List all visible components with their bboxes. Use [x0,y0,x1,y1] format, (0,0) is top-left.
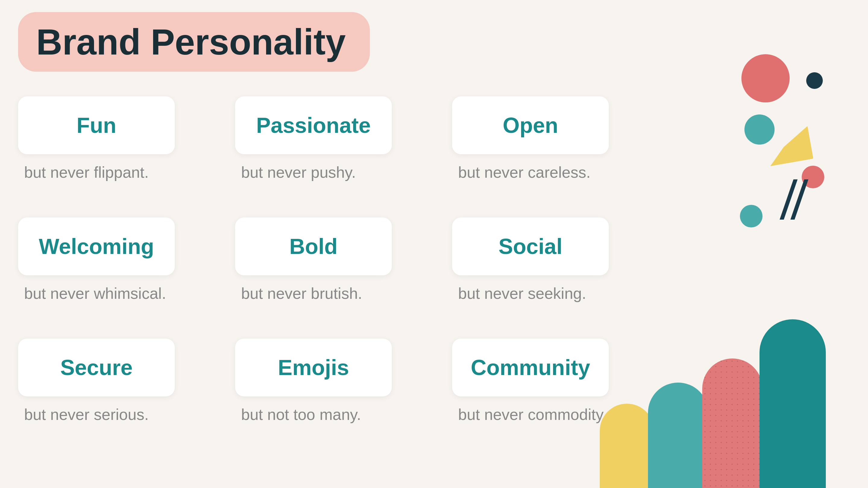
card-passionate: Passionate [235,96,392,154]
card-subtitle-open: but never careless. [452,163,609,181]
card-group-bold: Boldbut never brutish. [235,218,392,302]
title-background: Brand Personality [18,12,370,72]
card-title-community: Community [471,355,590,380]
card-group-passionate: Passionatebut never pushy. [235,96,392,181]
card-subtitle-welcoming: but never whimsical. [18,284,175,302]
card-open: Open [452,96,609,154]
card-title-passionate: Passionate [256,113,371,138]
card-group-fun: Funbut never flippant. [18,96,175,181]
card-group-emojis: Emojisbut not too many. [235,338,392,424]
card-group-community: Communitybut never commodity. [452,338,609,424]
card-title-fun: Fun [76,113,116,138]
decoration-teal-circle-small [740,205,763,227]
card-group-open: Openbut never careless. [452,96,609,181]
card-title-social: Social [498,234,562,259]
decoration-yellow-triangle [765,126,813,166]
card-subtitle-secure: but never serious. [18,405,175,424]
card-bold: Bold [235,218,392,275]
card-emojis: Emojis [235,338,392,396]
decoration-quote-marks: // [780,169,802,229]
page-title: Brand Personality [36,22,346,62]
cards-grid: Funbut never flippant.Passionatebut neve… [18,96,609,424]
card-subtitle-community: but never commodity. [452,405,609,424]
card-subtitle-social: but never seeking. [452,284,609,302]
card-group-social: Socialbut never seeking. [452,218,609,302]
card-title-bold: Bold [289,234,338,259]
card-group-welcoming: Welcomingbut never whimsical. [18,218,175,302]
decoration-coral-circle-large [741,54,789,102]
decoration-teal-arch [648,383,708,488]
card-fun: Fun [18,96,175,154]
card-title-open: Open [503,113,558,138]
decoration-teal-arch-tall [760,319,826,488]
card-title-welcoming: Welcoming [39,234,154,259]
decoration-yellow-arch [600,404,654,488]
card-group-secure: Securebut never serious. [18,338,175,424]
card-subtitle-fun: but never flippant. [18,163,175,181]
card-welcoming: Welcoming [18,218,175,275]
decoration-coral-circle-small [802,166,824,188]
card-title-emojis: Emojis [278,355,349,380]
decoration-coral-arch-dots [702,358,763,488]
card-community: Community [452,338,609,396]
card-social: Social [452,218,609,275]
card-subtitle-emojis: but not too many. [235,405,392,424]
card-title-secure: Secure [60,355,133,380]
card-secure: Secure [18,338,175,396]
decoration-dark-teal-dot [806,72,823,89]
card-subtitle-passionate: but never pushy. [235,163,392,181]
card-subtitle-bold: but never brutish. [235,284,392,302]
